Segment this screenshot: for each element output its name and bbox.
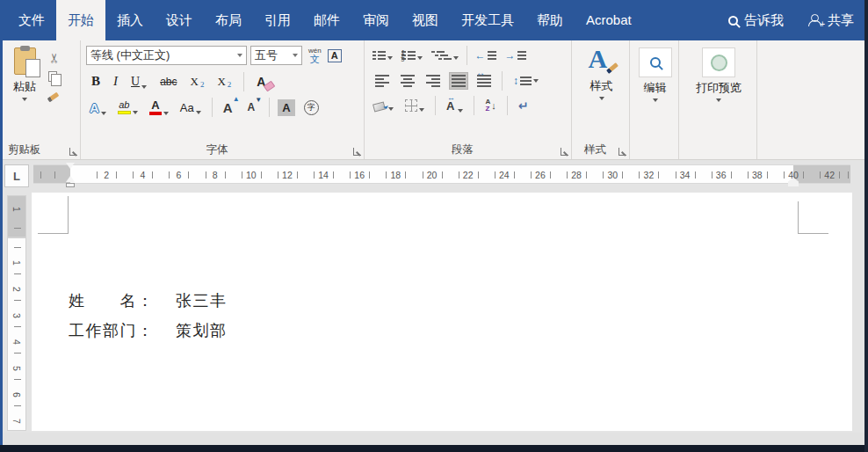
print-preview-dropdown-caret[interactable]: [716, 98, 721, 102]
ribbon-tab[interactable]: 视图: [401, 0, 450, 40]
strikethrough-button[interactable]: abc: [157, 73, 179, 91]
font-size-combobox[interactable]: 五号: [250, 46, 302, 65]
styles-button[interactable]: A 样式: [577, 46, 626, 102]
superscript-button[interactable]: X2: [214, 72, 234, 91]
ribbon-tab[interactable]: 帮助: [525, 0, 575, 40]
copy-icon[interactable]: [48, 71, 57, 82]
format-painter-icon[interactable]: [47, 91, 61, 102]
grow-font-button[interactable]: A▲: [221, 98, 239, 118]
document-page[interactable]: 姓 名：张三丰工作部门：策划部: [32, 193, 852, 431]
ribbon-tab[interactable]: Acrobat: [575, 0, 643, 40]
highlight-glyph: ab: [119, 100, 129, 110]
yellow-bar: [118, 111, 131, 114]
divider: [212, 98, 213, 117]
hanging-indent-marker[interactable]: [66, 176, 75, 182]
editing-button[interactable]: 编辑: [635, 46, 675, 104]
font-name-combobox[interactable]: 等线 (中文正文): [86, 46, 247, 65]
highlight-color-button[interactable]: ab: [115, 98, 141, 117]
asian-layout-button[interactable]: A: [444, 97, 466, 115]
ribbon-tab[interactable]: 邮件: [302, 0, 351, 40]
editing-icon-box: [639, 47, 672, 77]
horizontal-scrollbar-track[interactable]: [3, 433, 864, 445]
print-preview-button[interactable]: 打印预览: [684, 46, 753, 104]
ribbon-tab[interactable]: 文件: [7, 0, 56, 40]
ruler-tick: [14, 300, 21, 301]
character-shading-button[interactable]: A: [278, 99, 294, 116]
vruler-number: 7: [12, 415, 21, 427]
editing-dropdown-caret[interactable]: [653, 98, 658, 102]
font-dialog-launcher-icon[interactable]: [353, 148, 361, 156]
subscript-button[interactable]: X2: [188, 72, 207, 91]
styles-group-label: 样式: [572, 142, 618, 157]
clipboard-dialog-launcher-icon[interactable]: [69, 148, 77, 156]
align-right-button[interactable]: [423, 72, 443, 90]
ribbon-tab[interactable]: 开始: [56, 0, 105, 40]
vertical-ruler-body: 1234567: [7, 237, 26, 431]
ribbon-tab[interactable]: 设计: [155, 0, 204, 40]
bold-button[interactable]: B: [89, 71, 103, 91]
ribbon-tab[interactable]: 引用: [253, 0, 302, 40]
font-size-value: 五号: [255, 47, 278, 63]
red-bar: [149, 112, 162, 115]
shading-button[interactable]: [371, 98, 396, 113]
hruler-number: 2: [104, 165, 109, 185]
enclose-characters-button[interactable]: 字: [301, 98, 322, 118]
align-left-button[interactable]: [373, 72, 392, 90]
ruler-tick: [14, 273, 21, 274]
align-center-button[interactable]: [398, 72, 417, 90]
lines-glyph: [517, 51, 526, 60]
styles-dialog-launcher-icon[interactable]: [618, 148, 626, 156]
tab-stop-selector[interactable]: L: [4, 164, 29, 187]
underline-button[interactable]: U: [128, 72, 149, 91]
document-line[interactable]: 姓 名：张三丰: [69, 286, 228, 316]
tell-me-button[interactable]: 告诉我: [728, 12, 784, 29]
borders-button[interactable]: [402, 97, 427, 114]
increase-indent-button[interactable]: →: [503, 47, 529, 63]
character-border-button[interactable]: A: [328, 49, 342, 62]
horizontal-ruler[interactable]: 24681012141618202224262830323436384042: [33, 164, 850, 184]
justify-button[interactable]: [449, 72, 468, 90]
paste-dropdown-caret[interactable]: [22, 98, 27, 101]
group-font: 等线 (中文正文) 五号 wén 文 A B I U abc X2: [81, 40, 365, 159]
show-formatting-marks-button[interactable]: ↵: [516, 97, 532, 114]
left-indent-marker[interactable]: [66, 183, 75, 187]
paste-clipboard-icon: [14, 47, 36, 75]
first-line-indent-marker[interactable]: [66, 163, 75, 169]
paragraph-dialog-launcher-icon[interactable]: [561, 148, 568, 156]
text-effects-button[interactable]: A: [87, 98, 109, 118]
styles-dropdown-caret[interactable]: [599, 97, 604, 100]
clear-formatting-button[interactable]: A: [254, 72, 273, 91]
divider: [243, 72, 244, 91]
borders-grid-icon: [405, 99, 417, 112]
sup-base: X: [217, 75, 225, 89]
change-case-button[interactable]: Aa: [177, 98, 204, 117]
ruler-tick: [54, 171, 55, 179]
sort-button[interactable]: AZ↓: [482, 96, 498, 115]
cut-icon[interactable]: ✂: [47, 50, 61, 63]
shrink-font-button[interactable]: A▼: [245, 98, 262, 116]
font-color-button[interactable]: A: [147, 97, 171, 118]
multilevel-list-button[interactable]: [429, 48, 461, 62]
phonetic-bottom: 文: [310, 55, 320, 64]
ribbon-tab[interactable]: 插入: [105, 0, 155, 40]
ribbon-tab[interactable]: 开发工具: [450, 0, 525, 40]
ribbon-tab[interactable]: 布局: [204, 0, 253, 40]
bullets-button[interactable]: [370, 48, 395, 62]
ribbon-tab[interactable]: 审阅: [351, 0, 401, 40]
hruler-number: 6: [177, 165, 182, 185]
styles-letter: A: [589, 44, 608, 74]
italic-button[interactable]: I: [111, 71, 120, 91]
document-line[interactable]: 工作部门：策划部: [69, 316, 228, 346]
indent-markers[interactable]: [66, 163, 75, 187]
decrease-indent-button[interactable]: ←: [473, 47, 499, 63]
line-spacing-button[interactable]: ↕: [510, 72, 541, 90]
vertical-ruler[interactable]: 1 1234567: [7, 195, 26, 431]
editing-label: 编辑: [644, 80, 667, 96]
print-preview-icon-box: [702, 47, 735, 77]
numbering-button[interactable]: 1 2 3: [399, 48, 425, 62]
paste-button[interactable]: 粘贴: [8, 46, 41, 103]
distribute-button[interactable]: [474, 72, 494, 90]
phonetic-guide-button[interactable]: wén 文: [306, 47, 324, 64]
ruler-tick: [622, 171, 623, 179]
share-button[interactable]: + 共享: [808, 12, 854, 29]
